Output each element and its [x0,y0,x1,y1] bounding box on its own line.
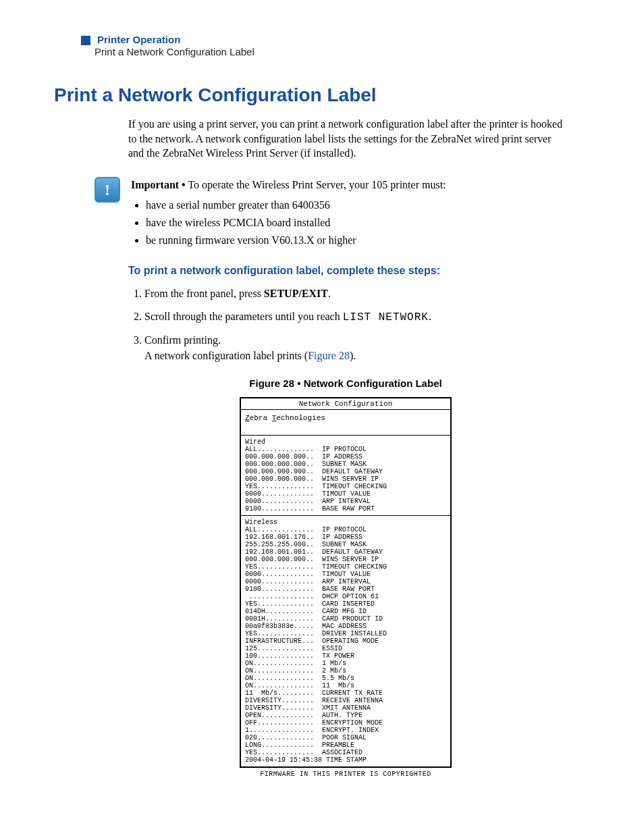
important-body: Important • To operate the Wireless Prin… [131,177,563,250]
step-key: SETUP/EXIT [264,288,328,299]
label-company-t: echnologies [276,414,325,422]
page-title: Print a Network Configuration Label [54,84,590,106]
step-text: Confirm printing. [144,334,221,346]
step-text: ). [350,350,356,361]
important-note: ! Important • To operate the Wireless Pr… [54,177,590,250]
label-title: Network Configuration [241,398,450,410]
label-wireless-block: Wireless ALL.............. IP PROTOCOL 1… [241,516,450,766]
step-text: Scroll through the parameters until you … [144,311,343,322]
figure-caption: Figure 28 • Network Configuration Label [128,377,563,390]
page-header: Printer Operation Print a Network Config… [81,34,590,57]
steps-heading: To print a network configuration label, … [128,263,563,278]
important-lead: To operate the Wireless Print Server, yo… [186,179,446,190]
label-wired-block: Wired ALL.............. IP PROTOCOL 000.… [241,436,450,516]
steps-block: To print a network configuration label, … [128,263,563,779]
step-text: From the front panel, press [144,288,264,299]
step-3: Confirm printing. A network configuratio… [144,332,563,363]
header-subsection: Print a Network Configuration Label [95,46,590,57]
label-copyright: FIRMWARE IN THIS PRINTER IS COPYRIGHTED [128,770,563,779]
important-bullet: have a serial number greater than 640035… [146,197,563,213]
intro-paragraph: If you are using a print server, you can… [128,117,563,161]
step-text: . [429,311,431,322]
label-company: Zebra Technologies [241,410,450,435]
important-icon: ! [95,177,120,203]
header-marker [81,36,90,45]
network-config-label: Network Configuration Zebra Technologies… [240,397,452,767]
label-company-t: ebra [250,414,272,422]
steps-list: From the front panel, press SETUP/EXIT. … [128,286,563,363]
step-lcd-text: LIST NETWORK [343,311,429,323]
important-label: Important • [131,179,186,190]
step-text: . [328,288,331,299]
step-text: A network configuration label prints ( [144,350,308,361]
label-company-u: Z [245,414,250,422]
header-section: Printer Operation [97,34,180,45]
step-1: From the front panel, press SETUP/EXIT. [144,286,563,301]
step-2: Scroll through the parameters until you … [144,309,563,325]
figure-ref-link[interactable]: Figure 28 [308,350,350,361]
important-bullets: have a serial number greater than 640035… [131,197,563,249]
important-bullet: have the wireless PCMCIA board installed [146,215,563,231]
important-bullet: be running firmware version V60.13.X or … [146,232,563,249]
